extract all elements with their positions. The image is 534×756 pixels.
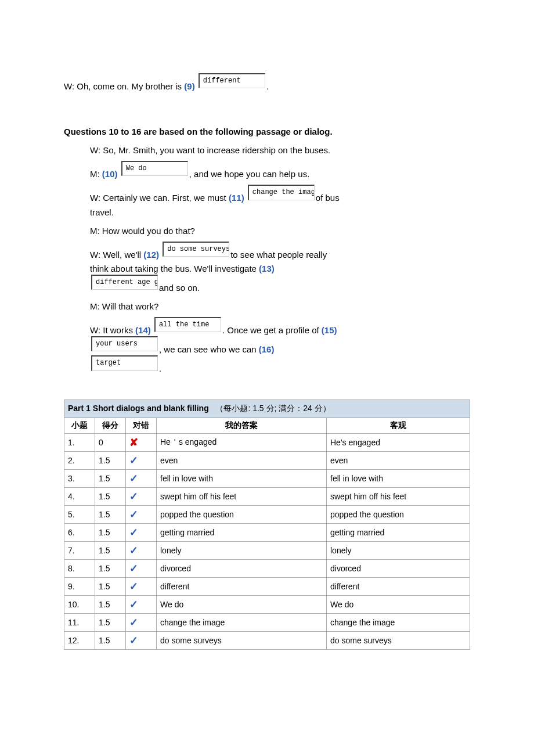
cell-points: 1.5 xyxy=(95,631,126,649)
cell-correct-answer: do some surveys xyxy=(327,631,470,649)
table-row: 10.1.5✓We doWe do xyxy=(64,595,470,613)
question-number-9: (9) xyxy=(184,81,194,91)
blank-input-16[interactable]: target xyxy=(91,355,158,370)
cell-points: 1.5 xyxy=(95,523,126,541)
col-correct-answer: 客观 xyxy=(327,417,470,433)
cell-mark: ✓ xyxy=(126,595,157,613)
cell-points: 1.5 xyxy=(95,451,126,469)
page: W: Oh, come on. My brother is (9) differ… xyxy=(0,0,534,756)
blank-input-11[interactable]: change the imag xyxy=(248,185,315,200)
cell-question: 10. xyxy=(64,595,95,613)
cell-mark: ✓ xyxy=(126,577,157,595)
cell-mark: ✓ xyxy=(126,559,157,577)
cell-points: 1.5 xyxy=(95,487,126,505)
cell-my-answer: even xyxy=(157,451,327,469)
cell-points: 1.5 xyxy=(95,469,126,487)
cell-mark: ✓ xyxy=(126,451,157,469)
blank-input-15[interactable]: your users xyxy=(91,336,158,351)
check-icon: ✓ xyxy=(129,527,138,538)
check-icon: ✓ xyxy=(129,455,138,466)
text: . xyxy=(159,364,161,374)
dialog-2: W: So, Mr. Smith, you want to increase r… xyxy=(90,143,340,376)
cell-mark: ✓ xyxy=(126,523,157,541)
cell-correct-answer: He's engaged xyxy=(327,433,470,451)
question-number-11: (11) xyxy=(229,193,244,203)
cell-question: 3. xyxy=(64,469,95,487)
cell-my-answer: fell in love with xyxy=(157,469,327,487)
results-table: Part 1 Short dialogs and blank filling （… xyxy=(64,399,470,650)
cell-my-answer: change the image xyxy=(157,613,327,631)
blank-input-9[interactable]: different xyxy=(199,73,265,88)
cell-correct-answer: even xyxy=(327,451,470,469)
cell-correct-answer: getting married xyxy=(327,523,470,541)
dialog-line: W: So, Mr. Smith, you want to increase r… xyxy=(90,143,340,157)
dialog-1: W: Oh, come on. My brother is (9) differ… xyxy=(64,74,340,93)
check-icon: ✓ xyxy=(129,473,138,484)
dialog-line: M: Will that work? xyxy=(90,300,340,314)
cell-points: 1.5 xyxy=(95,559,126,577)
cell-points: 1.5 xyxy=(95,613,126,631)
cell-mark: ✓ xyxy=(126,469,157,487)
cell-question: 8. xyxy=(64,559,95,577)
question-number-12: (12) xyxy=(143,250,159,260)
cell-question: 11. xyxy=(64,613,95,631)
text: W: It works xyxy=(90,325,135,335)
table-row: 12.1.5✓do some surveysdo some surveys xyxy=(64,631,470,649)
table-row: 5.1.5✓popped the questionpopped the ques… xyxy=(64,505,470,523)
cell-mark: ✘ xyxy=(126,433,157,451)
cell-correct-answer: lonely xyxy=(327,541,470,559)
cell-my-answer: swept him off his feet xyxy=(157,487,327,505)
cell-my-answer: do some surveys xyxy=(157,631,327,649)
cell-points: 1.5 xyxy=(95,541,126,559)
cell-points: 1.5 xyxy=(95,577,126,595)
cell-question: 7. xyxy=(64,541,95,559)
cell-correct-answer: fell in love with xyxy=(327,469,470,487)
cell-question: 12. xyxy=(64,631,95,649)
dialog-line: W: Oh, come on. My brother is (9) differ… xyxy=(64,74,340,93)
cell-my-answer: lonely xyxy=(157,541,327,559)
table-column-header-row: 小题 得分 对错 我的答案 客观 xyxy=(64,417,470,433)
blank-input-14[interactable]: all the time xyxy=(154,317,221,332)
passage-heading: Questions 10 to 16 are based on the foll… xyxy=(64,125,340,138)
blank-input-13[interactable]: different age g xyxy=(91,275,158,290)
check-icon: ✓ xyxy=(129,545,138,556)
text: , we can see who we can xyxy=(159,344,259,354)
cell-my-answer: He＇s engaged xyxy=(157,433,327,451)
question-number-15: (15) xyxy=(322,325,337,335)
col-question: 小题 xyxy=(64,417,95,433)
cell-correct-answer: divorced xyxy=(327,559,470,577)
cell-points: 1.5 xyxy=(95,595,126,613)
table-row: 3.1.5✓fell in love withfell in love with xyxy=(64,469,470,487)
col-mark: 对错 xyxy=(126,417,157,433)
table-title-cell: Part 1 Short dialogs and blank filling （… xyxy=(64,399,470,417)
check-icon: ✓ xyxy=(129,491,138,502)
table-row: 11.1.5✓change the imagechange the image xyxy=(64,613,470,631)
table-title: Part 1 Short dialogs and blank filling xyxy=(68,404,209,413)
question-number-14: (14) xyxy=(135,325,151,335)
check-icon: ✓ xyxy=(129,599,138,610)
table-row: 2.1.5✓eveneven xyxy=(64,451,470,469)
cross-icon: ✘ xyxy=(129,437,138,448)
dialog-line: M: (10) We do, and we hope you can help … xyxy=(90,162,340,181)
dialog-line: W: Certainly we can. First, we must (11)… xyxy=(90,186,340,219)
blank-input-10[interactable]: We do xyxy=(121,161,188,176)
cell-question: 9. xyxy=(64,577,95,595)
cell-my-answer: popped the question xyxy=(157,505,327,523)
cell-correct-answer: change the image xyxy=(327,613,470,631)
cell-question: 1. xyxy=(64,433,95,451)
cell-correct-answer: We do xyxy=(327,595,470,613)
table-row: 8.1.5✓divorceddivorced xyxy=(64,559,470,577)
cell-my-answer: different xyxy=(157,577,327,595)
question-number-10: (10) xyxy=(102,169,118,179)
cell-question: 6. xyxy=(64,523,95,541)
col-points: 得分 xyxy=(95,417,126,433)
cell-question: 4. xyxy=(64,487,95,505)
text: M: xyxy=(90,169,102,179)
table-row: 6.1.5✓getting marriedgetting married xyxy=(64,523,470,541)
cell-points: 1.5 xyxy=(95,505,126,523)
table-header-row: Part 1 Short dialogs and blank filling （… xyxy=(64,399,470,417)
text: . Once we get a profile of xyxy=(222,325,322,335)
cell-mark: ✓ xyxy=(126,613,157,631)
cell-mark: ✓ xyxy=(126,541,157,559)
blank-input-12[interactable]: do some surveys xyxy=(163,242,229,257)
